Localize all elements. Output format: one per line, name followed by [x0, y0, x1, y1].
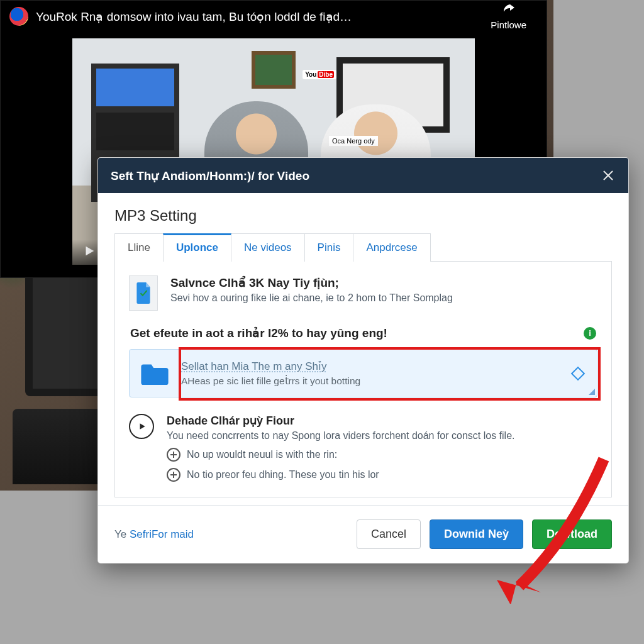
modal-title: Seft Thự Andiom/Honm:)/ for Video	[111, 169, 309, 183]
tab-uplonce[interactable]: Uplonce	[163, 233, 231, 262]
option-desc: You need concrrents to nay Spong lora vi…	[167, 430, 597, 441]
option-line-1: No up wouldt neuul is with the rin:	[167, 448, 597, 462]
downid-button[interactable]: Downid Neỳ	[430, 519, 523, 549]
file-subtitle: AHeas pe sic liet fille geṫrrs it yout b…	[181, 375, 560, 387]
info-badge-icon[interactable]: i	[584, 327, 596, 340]
share-button[interactable]: Pintlowe	[479, 3, 538, 30]
document-icon	[129, 275, 158, 311]
info-subtitle: Sevi hov a ouring fike lie ai chane, ie …	[170, 292, 453, 304]
video-topbar: YouRok Rnạ domsow into ivau tam, Bu tóọn…	[1, 1, 547, 32]
tab-pinis[interactable]: Pinis	[304, 233, 354, 262]
tab-lline[interactable]: Lline	[114, 233, 164, 262]
info-title: Salvnce Clhẩ 3K Nay Tiy fịùn;	[170, 275, 453, 290]
channel-avatar[interactable]	[9, 7, 28, 26]
share-icon	[499, 3, 518, 19]
diamond-icon	[571, 366, 586, 380]
download-button[interactable]: Dowtload	[532, 519, 612, 549]
option-line-2-text: No tio preor feu dhing. These you tin hi…	[187, 469, 379, 480]
folder-icon	[141, 362, 169, 385]
tab-anpdrcese[interactable]: Anpdrcese	[353, 233, 430, 262]
option-line-1-text: No up wouldt neuul is with the rin:	[187, 449, 337, 460]
modal-footer: Ye SefriFor maid Cancel Downid Neỳ Dowtl…	[98, 505, 628, 563]
option-title: Dehade Clhár pụỳ Fiour	[167, 414, 597, 428]
info-row: Salvnce Clhẩ 3K Nay Tiy fịùn; Sevi hov a…	[129, 275, 597, 311]
promo-text: Get efeute in aot a rihảr I2% to hay yûn…	[130, 326, 387, 340]
file-title: Sellat han Mia The m any Shỉy	[181, 360, 560, 373]
footer-link[interactable]: Ye SefriFor maid	[114, 528, 194, 541]
file-card[interactable]: Sellat han Mia The m any Shỉy AHeas pe s…	[129, 349, 597, 397]
tab-panel: Salvnce Clhẩ 3K Nay Tiy fịùn; Sevi hov a…	[114, 261, 612, 497]
section-title: MP3 Setting	[114, 207, 612, 225]
tab-nevideos[interactable]: Ne videos	[231, 233, 305, 262]
share-label: Pintlowe	[491, 19, 526, 30]
option-line-2: No tio preor feu dhing. These you tin hi…	[167, 468, 597, 482]
settings-modal: Seft Thự Andiom/Honm:)/ for Video MP3 Se…	[97, 157, 629, 564]
close-button[interactable]	[601, 168, 616, 183]
play-circle-icon[interactable]	[129, 414, 154, 439]
cancel-button[interactable]: Cancel	[357, 519, 421, 549]
option-block: Dehade Clhár pụỳ Fiour You need concrren…	[129, 414, 597, 482]
youtube-badge: YouDibe	[303, 70, 336, 79]
resize-grip-icon[interactable]	[589, 389, 595, 395]
modal-header: Seft Thự Andiom/Honm:)/ for Video	[98, 158, 628, 193]
video-title: YouRok Rnạ domsow into ivau tam, Bu tóọn…	[36, 9, 352, 24]
plus-circle-icon[interactable]	[167, 468, 180, 482]
plus-circle-icon[interactable]	[167, 448, 180, 462]
play-button[interactable]	[82, 244, 96, 260]
video-caption-1: Oca Nerg ody	[329, 136, 378, 146]
tabs: Lline Uplonce Ne videos Pinis Anpdrcese	[114, 233, 612, 262]
